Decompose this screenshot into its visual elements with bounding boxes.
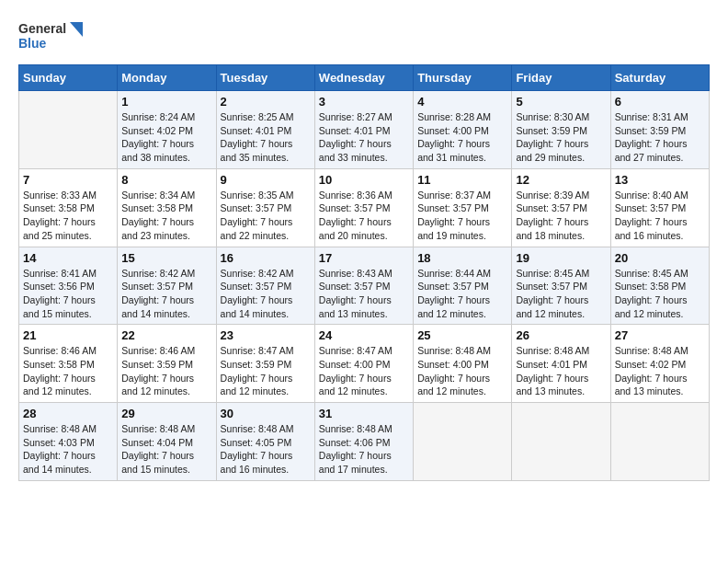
day-info: Sunrise: 8:45 AM Sunset: 3:58 PM Dayligh… <box>615 267 705 321</box>
calendar-cell: 11Sunrise: 8:37 AM Sunset: 3:57 PM Dayli… <box>414 168 512 247</box>
header-cell-saturday: Saturday <box>610 65 709 91</box>
svg-marker-2 <box>70 22 83 37</box>
day-info: Sunrise: 8:48 AM Sunset: 4:01 PM Dayligh… <box>516 344 606 398</box>
day-number: 8 <box>121 173 211 187</box>
header-cell-sunday: Sunday <box>19 65 118 91</box>
calendar-cell: 26Sunrise: 8:48 AM Sunset: 4:01 PM Dayli… <box>512 325 610 403</box>
calendar-week-row: 1Sunrise: 8:24 AM Sunset: 4:02 PM Daylig… <box>19 91 710 169</box>
day-number: 12 <box>516 173 606 187</box>
day-number: 18 <box>417 251 507 265</box>
calendar-cell: 24Sunrise: 8:47 AM Sunset: 4:00 PM Dayli… <box>314 325 413 403</box>
day-number: 13 <box>615 173 705 187</box>
day-number: 15 <box>121 251 211 265</box>
calendar-cell <box>414 403 512 481</box>
day-info: Sunrise: 8:41 AM Sunset: 3:56 PM Dayligh… <box>23 267 113 321</box>
day-info: Sunrise: 8:33 AM Sunset: 3:58 PM Dayligh… <box>23 189 113 243</box>
calendar-cell: 10Sunrise: 8:36 AM Sunset: 3:57 PM Dayli… <box>314 168 413 247</box>
calendar-cell: 15Sunrise: 8:42 AM Sunset: 3:57 PM Dayli… <box>118 247 216 325</box>
day-info: Sunrise: 8:39 AM Sunset: 3:57 PM Dayligh… <box>516 189 606 243</box>
calendar-cell: 22Sunrise: 8:46 AM Sunset: 3:59 PM Dayli… <box>118 325 216 403</box>
day-number: 4 <box>417 95 507 109</box>
svg-text:Blue: Blue <box>18 36 47 51</box>
calendar-cell: 18Sunrise: 8:44 AM Sunset: 3:57 PM Dayli… <box>414 247 512 325</box>
day-number: 9 <box>221 173 311 187</box>
calendar-cell <box>512 403 610 481</box>
day-number: 31 <box>319 407 409 420</box>
day-number: 28 <box>23 407 113 420</box>
day-number: 5 <box>516 95 606 109</box>
day-info: Sunrise: 8:27 AM Sunset: 4:01 PM Dayligh… <box>319 110 409 165</box>
day-number: 16 <box>221 251 311 265</box>
day-number: 29 <box>121 407 211 420</box>
calendar-cell: 5Sunrise: 8:30 AM Sunset: 3:59 PM Daylig… <box>512 91 610 169</box>
calendar-cell: 9Sunrise: 8:35 AM Sunset: 3:57 PM Daylig… <box>216 168 314 247</box>
day-number: 22 <box>121 328 211 342</box>
day-info: Sunrise: 8:46 AM Sunset: 3:58 PM Dayligh… <box>23 344 113 398</box>
day-info: Sunrise: 8:30 AM Sunset: 3:59 PM Dayligh… <box>516 110 606 165</box>
calendar-cell: 13Sunrise: 8:40 AM Sunset: 3:57 PM Dayli… <box>610 168 709 247</box>
day-info: Sunrise: 8:40 AM Sunset: 3:57 PM Dayligh… <box>615 189 705 243</box>
header-cell-wednesday: Wednesday <box>314 65 413 91</box>
calendar-cell: 17Sunrise: 8:43 AM Sunset: 3:57 PM Dayli… <box>314 247 413 325</box>
calendar-cell: 8Sunrise: 8:34 AM Sunset: 3:58 PM Daylig… <box>118 168 216 247</box>
day-number: 24 <box>319 328 409 342</box>
calendar-cell: 27Sunrise: 8:48 AM Sunset: 4:02 PM Dayli… <box>610 325 709 403</box>
calendar-cell: 31Sunrise: 8:48 AM Sunset: 4:06 PM Dayli… <box>314 403 413 481</box>
header-cell-thursday: Thursday <box>414 65 512 91</box>
day-info: Sunrise: 8:48 AM Sunset: 4:03 PM Dayligh… <box>23 422 113 477</box>
header-cell-tuesday: Tuesday <box>216 65 314 91</box>
day-number: 19 <box>516 251 606 265</box>
calendar-cell: 19Sunrise: 8:45 AM Sunset: 3:57 PM Dayli… <box>512 247 610 325</box>
calendar-table: SundayMondayTuesdayWednesdayThursdayFrid… <box>18 64 710 481</box>
calendar-cell: 16Sunrise: 8:42 AM Sunset: 3:57 PM Dayli… <box>216 247 314 325</box>
day-info: Sunrise: 8:48 AM Sunset: 4:00 PM Dayligh… <box>417 344 507 398</box>
day-number: 30 <box>221 407 311 420</box>
calendar-week-row: 28Sunrise: 8:48 AM Sunset: 4:03 PM Dayli… <box>19 403 710 481</box>
header-cell-friday: Friday <box>512 65 610 91</box>
day-info: Sunrise: 8:42 AM Sunset: 3:57 PM Dayligh… <box>121 267 211 321</box>
day-info: Sunrise: 8:47 AM Sunset: 3:59 PM Dayligh… <box>221 344 311 398</box>
calendar-cell: 30Sunrise: 8:48 AM Sunset: 4:05 PM Dayli… <box>216 403 314 481</box>
logo-icon: GeneralBlue <box>18 18 92 55</box>
calendar-cell: 21Sunrise: 8:46 AM Sunset: 3:58 PM Dayli… <box>19 325 118 403</box>
day-number: 3 <box>319 95 409 109</box>
day-info: Sunrise: 8:45 AM Sunset: 3:57 PM Dayligh… <box>516 267 606 321</box>
svg-text:General: General <box>18 21 66 36</box>
day-info: Sunrise: 8:28 AM Sunset: 4:00 PM Dayligh… <box>417 110 507 165</box>
day-number: 27 <box>615 328 705 342</box>
header-row: SundayMondayTuesdayWednesdayThursdayFrid… <box>19 65 710 91</box>
day-info: Sunrise: 8:35 AM Sunset: 3:57 PM Dayligh… <box>221 189 311 243</box>
day-number: 26 <box>516 328 606 342</box>
day-info: Sunrise: 8:48 AM Sunset: 4:05 PM Dayligh… <box>221 422 311 477</box>
logo: GeneralBlue <box>18 18 92 55</box>
day-info: Sunrise: 8:46 AM Sunset: 3:59 PM Dayligh… <box>121 344 211 398</box>
calendar-body: 1Sunrise: 8:24 AM Sunset: 4:02 PM Daylig… <box>19 91 710 481</box>
calendar-cell: 14Sunrise: 8:41 AM Sunset: 3:56 PM Dayli… <box>19 247 118 325</box>
calendar-header: SundayMondayTuesdayWednesdayThursdayFrid… <box>19 65 710 91</box>
day-number: 2 <box>221 95 311 109</box>
day-info: Sunrise: 8:37 AM Sunset: 3:57 PM Dayligh… <box>417 189 507 243</box>
day-number: 14 <box>23 251 113 265</box>
day-number: 23 <box>221 328 311 342</box>
day-info: Sunrise: 8:48 AM Sunset: 4:06 PM Dayligh… <box>319 422 409 477</box>
calendar-cell: 12Sunrise: 8:39 AM Sunset: 3:57 PM Dayli… <box>512 168 610 247</box>
day-info: Sunrise: 8:44 AM Sunset: 3:57 PM Dayligh… <box>417 267 507 321</box>
calendar-cell <box>19 91 118 169</box>
day-info: Sunrise: 8:42 AM Sunset: 3:57 PM Dayligh… <box>221 267 311 321</box>
calendar-cell: 25Sunrise: 8:48 AM Sunset: 4:00 PM Dayli… <box>414 325 512 403</box>
calendar-week-row: 21Sunrise: 8:46 AM Sunset: 3:58 PM Dayli… <box>19 325 710 403</box>
day-number: 6 <box>615 95 705 109</box>
calendar-cell: 3Sunrise: 8:27 AM Sunset: 4:01 PM Daylig… <box>314 91 413 169</box>
day-number: 10 <box>319 173 409 187</box>
day-info: Sunrise: 8:25 AM Sunset: 4:01 PM Dayligh… <box>221 110 311 165</box>
day-number: 25 <box>417 328 507 342</box>
day-number: 20 <box>615 251 705 265</box>
day-info: Sunrise: 8:36 AM Sunset: 3:57 PM Dayligh… <box>319 189 409 243</box>
day-info: Sunrise: 8:47 AM Sunset: 4:00 PM Dayligh… <box>319 344 409 398</box>
day-number: 1 <box>121 95 211 109</box>
calendar-cell: 6Sunrise: 8:31 AM Sunset: 3:59 PM Daylig… <box>610 91 709 169</box>
calendar-cell: 28Sunrise: 8:48 AM Sunset: 4:03 PM Dayli… <box>19 403 118 481</box>
calendar-week-row: 7Sunrise: 8:33 AM Sunset: 3:58 PM Daylig… <box>19 168 710 247</box>
calendar-cell: 29Sunrise: 8:48 AM Sunset: 4:04 PM Dayli… <box>118 403 216 481</box>
header-cell-monday: Monday <box>118 65 216 91</box>
